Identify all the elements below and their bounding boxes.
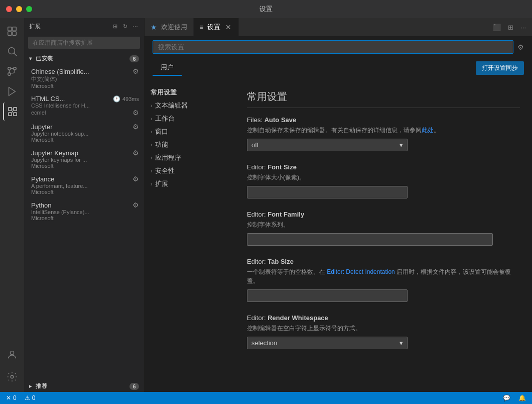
nav-item-security[interactable]: › 安全性	[145, 164, 235, 177]
select-chevron-render-whitespace: ▾	[400, 339, 403, 347]
close-button[interactable]	[6, 6, 12, 12]
activity-icon-source-control[interactable]	[3, 62, 21, 80]
ext-gear-pylance[interactable]: ⚙	[132, 175, 139, 183]
welcome-tab-icon: ★	[151, 23, 157, 31]
nav-item-window[interactable]: › 窗口	[145, 125, 235, 138]
filter-icon[interactable]: ⊞	[112, 22, 119, 31]
setting-desc-text-auto-save: 控制自动保存未保存的编辑器。有关自动保存的详细信息，请参阅	[247, 127, 422, 134]
nav-item-extensions[interactable]: › 扩展	[145, 177, 235, 190]
nav-item-features[interactable]: › 功能	[145, 138, 235, 151]
status-feedback[interactable]: 💬	[501, 394, 512, 401]
activity-icon-search[interactable]	[3, 42, 21, 60]
refresh-icon[interactable]: ↻	[122, 22, 129, 31]
tab-welcome[interactable]: ★ 欢迎使用	[145, 18, 194, 36]
svg-line-5	[14, 53, 17, 56]
setting-input-tab-size[interactable]: 4	[247, 289, 408, 302]
settings-tabs: 用户	[153, 60, 182, 76]
ext-item-pylance[interactable]: Pylance ⚙ A performant, feature... Micro…	[24, 172, 144, 198]
layout-icon[interactable]: ⊞	[506, 23, 515, 32]
ext-name-chinese: Chinese (Simplifie...	[31, 68, 89, 75]
ext-item-jupyter-keymap[interactable]: Jupyter Keymap ⚙ Jupyter keymaps for ...…	[24, 146, 144, 172]
status-bell[interactable]: 🔔	[516, 394, 528, 401]
tab-bar: ★ 欢迎使用 ≡ 设置 ✕ ⬛ ⊞ ···	[145, 18, 532, 36]
settings-search-input[interactable]	[153, 40, 513, 54]
ext-item-jupyter[interactable]: Jupyter ⚙ Jupyter notebook sup... Micros…	[24, 120, 144, 146]
maximize-button[interactable]	[26, 6, 32, 12]
nav-section-label: 常用设置	[151, 88, 177, 96]
activity-icon-extensions[interactable]	[3, 103, 21, 121]
nav-item-workbench[interactable]: › 工作台	[145, 112, 235, 125]
ext-item-chinese[interactable]: Chinese (Simplifie... ⚙ 中文(简体) Microsoft	[24, 64, 144, 92]
nav-label-window: 窗口	[155, 127, 168, 136]
ext-name-pylance: Pylance	[31, 175, 54, 183]
setting-description-font-family: 控制字体系列。	[247, 220, 520, 229]
setting-item-tab-size: Editor: Tab Size 一个制表符等于的空格数。在 Editor: D…	[247, 258, 520, 302]
svg-rect-3	[13, 32, 16, 35]
activity-icon-explorer[interactable]	[3, 22, 21, 40]
setting-label-prefix-tab-size: Editor:	[247, 258, 268, 265]
setting-desc-link-auto-save[interactable]: 此处	[422, 127, 434, 134]
setting-select-render-whitespace[interactable]: selection ▾	[247, 337, 408, 349]
setting-desc-link-tab-size[interactable]: Editor: Detect Indentation	[327, 268, 394, 275]
activity-icon-settings[interactable]	[3, 368, 21, 386]
ext-item-python[interactable]: Python ⚙ IntelliSense (Pylance)... Micro…	[24, 198, 144, 224]
title-bar: 设置	[0, 0, 532, 18]
setting-label-prefix-render-whitespace: Editor:	[247, 314, 268, 322]
ext-gear-jupyter[interactable]: ⚙	[132, 123, 139, 131]
ext-gear-htmlcs[interactable]: ⚙	[132, 109, 139, 117]
settings-area: ⚙ 用户 打开设置同步 常用设置 › 文本编辑器	[145, 36, 532, 392]
ext-gear-python[interactable]: ⚙	[132, 201, 139, 209]
status-warnings[interactable]: ⚠ 0	[23, 394, 38, 401]
setting-description-auto-save: 控制自动保存未保存的编辑器。有关自动保存的详细信息，请参阅此处。	[247, 126, 520, 135]
recommended-section-header[interactable]: ▸ 推荐 6	[24, 380, 144, 392]
nav-label-workbench: 工作台	[155, 114, 175, 123]
activity-icon-run[interactable]	[3, 82, 21, 100]
more-actions-icon[interactable]: ···	[518, 23, 528, 32]
svg-rect-10	[9, 108, 12, 111]
nav-item-text-editor[interactable]: › 文本编辑器	[145, 99, 235, 112]
ext-gear-jupyter-keymap[interactable]: ⚙	[132, 149, 139, 157]
setting-label-bold-tab-size: Tab Size	[268, 258, 294, 265]
nav-label-application: 应用程序	[155, 153, 181, 162]
ext-sub-jupyter: Jupyter notebook sup...	[31, 131, 88, 137]
activity-bar-bottom	[3, 346, 21, 388]
ext-publisher-python: IntelliSense (Pylance)...	[31, 209, 139, 215]
setting-desc-suffix-auto-save: 。	[434, 127, 440, 134]
svg-point-4	[9, 48, 15, 54]
setting-select-auto-save[interactable]: off ▾	[247, 139, 408, 151]
tab-bar-actions: ⬛ ⊞ ···	[491, 23, 528, 32]
nav-chevron-extensions-nav: ›	[151, 181, 152, 187]
settings-tab-close[interactable]: ✕	[224, 22, 232, 32]
more-icon[interactable]: ···	[131, 22, 139, 31]
bell-icon: 🔔	[518, 394, 526, 401]
ext-loading-htmlcs: 🕐 493ms	[113, 95, 139, 103]
setting-label-prefix-font-family: Editor:	[247, 211, 268, 218]
setting-input-font-size[interactable]: 12	[247, 186, 408, 198]
settings-user-tab[interactable]: 用户	[153, 60, 182, 76]
setting-input-font-family[interactable]: Menlo, Monaco, 'Courier New', monospace	[247, 233, 493, 246]
ext-publisher-pylance: A performant, feature...	[31, 183, 139, 189]
tab-settings[interactable]: ≡ 设置 ✕	[194, 18, 239, 36]
main-area: ★ 欢迎使用 ≡ 设置 ✕ ⬛ ⊞ ··· ⚙	[145, 18, 532, 392]
search-extensions-input[interactable]	[28, 37, 140, 49]
nav-item-application[interactable]: › 应用程序	[145, 151, 235, 164]
sidebar-header-icons: ⊞ ↻ ···	[112, 22, 139, 31]
ext-publisher-chinese: 中文(简体)	[31, 75, 139, 83]
nav-label-text-editor: 文本编辑器	[155, 101, 188, 110]
split-editor-icon[interactable]: ⬛	[491, 23, 503, 32]
minimize-button[interactable]	[16, 6, 22, 12]
svg-point-16	[10, 351, 14, 355]
nav-chevron-application: ›	[151, 155, 152, 161]
ext-gear-chinese[interactable]: ⚙	[132, 67, 139, 75]
nav-section-header[interactable]: 常用设置	[145, 84, 235, 99]
error-icon: ✕	[6, 394, 11, 401]
settings-filter-icon[interactable]: ⚙	[517, 43, 524, 51]
sidebar: 扩展 ⊞ ↻ ··· ▾ 已安装 6 Chinese (Simplifie...…	[24, 18, 145, 392]
window-controls	[6, 6, 32, 12]
sync-button[interactable]: 打开设置同步	[476, 61, 524, 75]
activity-icon-account[interactable]	[3, 346, 21, 364]
ext-item-htmlcs[interactable]: HTML CS... 🕐 493ms CSS Intellisense for …	[24, 92, 144, 120]
status-errors[interactable]: ✕ 0	[4, 394, 19, 401]
installed-section-header[interactable]: ▾ 已安装 6	[24, 53, 144, 64]
svg-rect-12	[14, 113, 17, 116]
